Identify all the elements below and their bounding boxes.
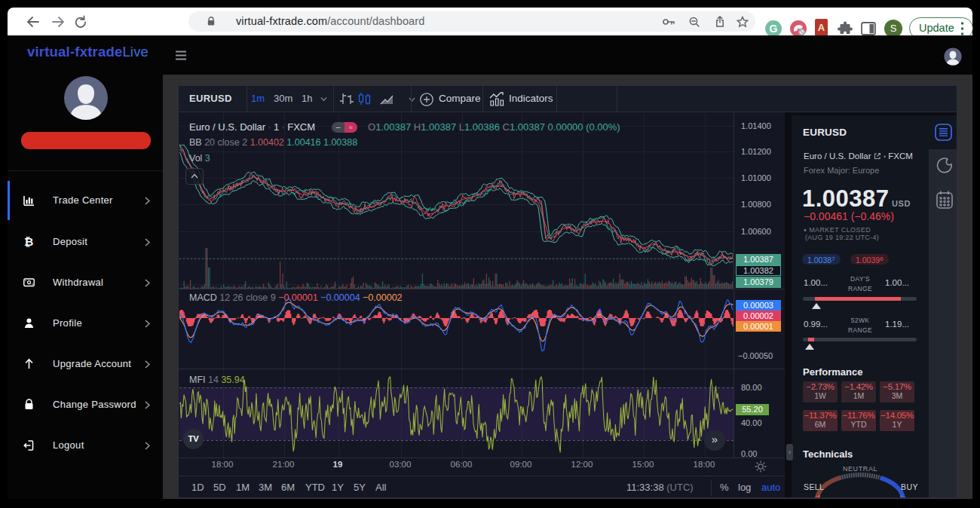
svg-text:₿: ₿ — [24, 236, 33, 248]
